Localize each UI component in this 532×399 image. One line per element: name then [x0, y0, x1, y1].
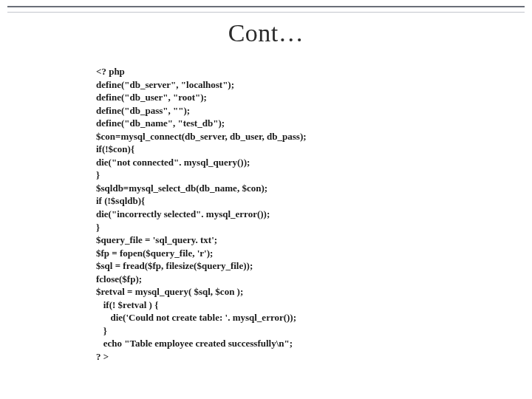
top-divider	[7, 6, 525, 13]
slide-title: Cont…	[0, 19, 532, 47]
slide: Cont… <? php define("db_server", "localh…	[0, 0, 532, 399]
code-block: <? php define("db_server", "localhost");…	[96, 65, 443, 364]
